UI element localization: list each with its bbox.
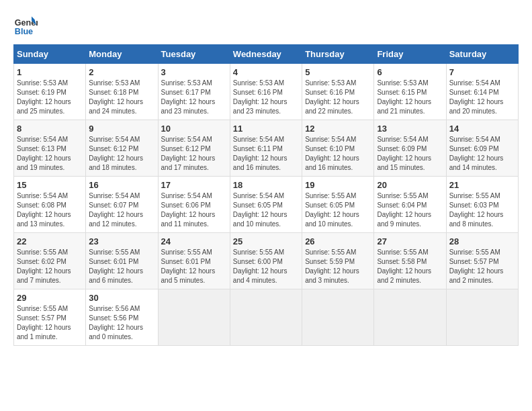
calendar-cell: 12Sunrise: 5:54 AM Sunset: 6:10 PM Dayli… <box>302 120 374 177</box>
calendar-cell <box>230 289 302 346</box>
day-info: Sunrise: 5:54 AM Sunset: 6:08 PM Dayligh… <box>17 191 83 229</box>
calendar-cell: 30Sunrise: 5:56 AM Sunset: 5:56 PM Dayli… <box>86 289 158 346</box>
header-friday: Friday <box>374 45 446 64</box>
day-number: 14 <box>449 124 515 134</box>
day-info: Sunrise: 5:55 AM Sunset: 6:02 PM Dayligh… <box>17 248 83 285</box>
calendar-cell <box>302 289 374 346</box>
day-number: 1 <box>17 67 83 77</box>
calendar-cell: 5Sunrise: 5:53 AM Sunset: 6:16 PM Daylig… <box>302 64 374 120</box>
calendar-cell: 27Sunrise: 5:55 AM Sunset: 5:58 PM Dayli… <box>374 233 446 289</box>
day-info: Sunrise: 5:54 AM Sunset: 6:12 PM Dayligh… <box>161 135 227 173</box>
day-number: 2 <box>89 67 154 77</box>
day-number: 4 <box>233 67 299 77</box>
calendar-cell: 23Sunrise: 5:55 AM Sunset: 6:01 PM Dayli… <box>86 233 158 289</box>
day-number: 27 <box>377 236 443 246</box>
calendar-cell: 20Sunrise: 5:55 AM Sunset: 6:04 PM Dayli… <box>374 177 446 233</box>
day-number: 16 <box>89 180 154 190</box>
day-info: Sunrise: 5:56 AM Sunset: 5:56 PM Dayligh… <box>89 304 154 342</box>
calendar-cell <box>374 289 446 346</box>
calendar-cell: 2Sunrise: 5:53 AM Sunset: 6:18 PM Daylig… <box>86 64 158 120</box>
day-info: Sunrise: 5:55 AM Sunset: 5:58 PM Dayligh… <box>377 248 443 285</box>
calendar-cell: 8Sunrise: 5:54 AM Sunset: 6:13 PM Daylig… <box>14 120 86 177</box>
calendar-cell: 25Sunrise: 5:55 AM Sunset: 6:00 PM Dayli… <box>230 233 302 289</box>
calendar-cell: 4Sunrise: 5:53 AM Sunset: 6:16 PM Daylig… <box>230 64 302 120</box>
day-number: 11 <box>233 124 299 134</box>
calendar-cell: 3Sunrise: 5:53 AM Sunset: 6:17 PM Daylig… <box>158 64 230 120</box>
calendar-row: 15Sunrise: 5:54 AM Sunset: 6:08 PM Dayli… <box>14 177 519 233</box>
day-number: 29 <box>17 293 83 303</box>
day-number: 20 <box>377 180 443 190</box>
day-info: Sunrise: 5:55 AM Sunset: 6:05 PM Dayligh… <box>305 191 371 229</box>
day-number: 25 <box>233 236 299 246</box>
day-info: Sunrise: 5:54 AM Sunset: 6:09 PM Dayligh… <box>377 135 443 173</box>
day-info: Sunrise: 5:54 AM Sunset: 6:12 PM Dayligh… <box>89 135 154 173</box>
day-info: Sunrise: 5:53 AM Sunset: 6:16 PM Dayligh… <box>233 79 299 116</box>
calendar-cell: 22Sunrise: 5:55 AM Sunset: 6:02 PM Dayli… <box>14 233 86 289</box>
day-info: Sunrise: 5:55 AM Sunset: 5:57 PM Dayligh… <box>17 304 83 342</box>
calendar-cell: 10Sunrise: 5:54 AM Sunset: 6:12 PM Dayli… <box>158 120 230 177</box>
day-number: 26 <box>305 236 371 246</box>
calendar-cell: 14Sunrise: 5:54 AM Sunset: 6:09 PM Dayli… <box>446 120 518 177</box>
day-number: 22 <box>17 236 83 246</box>
calendar-row: 22Sunrise: 5:55 AM Sunset: 6:02 PM Dayli… <box>14 233 519 289</box>
header-sunday: Sunday <box>14 45 86 64</box>
day-number: 13 <box>377 124 443 134</box>
day-number: 12 <box>305 124 371 134</box>
calendar-cell: 6Sunrise: 5:53 AM Sunset: 6:15 PM Daylig… <box>374 64 446 120</box>
day-number: 21 <box>449 180 515 190</box>
day-number: 18 <box>233 180 299 190</box>
calendar-table: SundayMondayTuesdayWednesdayThursdayFrid… <box>13 44 519 346</box>
header-wednesday: Wednesday <box>230 45 302 64</box>
day-info: Sunrise: 5:55 AM Sunset: 5:59 PM Dayligh… <box>305 248 371 285</box>
header-thursday: Thursday <box>302 45 374 64</box>
day-number: 5 <box>305 67 371 77</box>
calendar-cell: 18Sunrise: 5:54 AM Sunset: 6:05 PM Dayli… <box>230 177 302 233</box>
logo: General Blue <box>13 13 38 38</box>
calendar-cell: 26Sunrise: 5:55 AM Sunset: 5:59 PM Dayli… <box>302 233 374 289</box>
day-number: 15 <box>17 180 83 190</box>
day-info: Sunrise: 5:55 AM Sunset: 6:00 PM Dayligh… <box>233 248 299 285</box>
calendar-cell <box>446 289 518 346</box>
calendar-cell: 9Sunrise: 5:54 AM Sunset: 6:12 PM Daylig… <box>86 120 158 177</box>
day-info: Sunrise: 5:54 AM Sunset: 6:05 PM Dayligh… <box>233 191 299 229</box>
day-info: Sunrise: 5:53 AM Sunset: 6:18 PM Dayligh… <box>89 79 154 116</box>
day-number: 8 <box>17 124 83 134</box>
calendar-row: 29Sunrise: 5:55 AM Sunset: 5:57 PM Dayli… <box>14 289 519 346</box>
logo-icon: General Blue <box>13 13 38 38</box>
day-number: 23 <box>89 236 154 246</box>
day-info: Sunrise: 5:55 AM Sunset: 6:04 PM Dayligh… <box>377 191 443 229</box>
day-number: 9 <box>89 124 154 134</box>
header-saturday: Saturday <box>446 45 518 64</box>
day-info: Sunrise: 5:54 AM Sunset: 6:14 PM Dayligh… <box>449 79 515 116</box>
day-info: Sunrise: 5:54 AM Sunset: 6:13 PM Dayligh… <box>17 135 83 173</box>
day-number: 6 <box>377 67 443 77</box>
day-number: 24 <box>161 236 227 246</box>
day-info: Sunrise: 5:55 AM Sunset: 5:57 PM Dayligh… <box>449 248 515 285</box>
day-number: 10 <box>161 124 227 134</box>
header-monday: Monday <box>86 45 158 64</box>
calendar-cell: 11Sunrise: 5:54 AM Sunset: 6:11 PM Dayli… <box>230 120 302 177</box>
calendar-cell: 24Sunrise: 5:55 AM Sunset: 6:01 PM Dayli… <box>158 233 230 289</box>
day-number: 30 <box>89 293 154 303</box>
calendar-cell: 1Sunrise: 5:53 AM Sunset: 6:19 PM Daylig… <box>14 64 86 120</box>
calendar-cell: 15Sunrise: 5:54 AM Sunset: 6:08 PM Dayli… <box>14 177 86 233</box>
calendar-cell: 16Sunrise: 5:54 AM Sunset: 6:07 PM Dayli… <box>86 177 158 233</box>
calendar-cell: 21Sunrise: 5:55 AM Sunset: 6:03 PM Dayli… <box>446 177 518 233</box>
day-number: 17 <box>161 180 227 190</box>
day-info: Sunrise: 5:55 AM Sunset: 6:03 PM Dayligh… <box>449 191 515 229</box>
calendar-cell: 7Sunrise: 5:54 AM Sunset: 6:14 PM Daylig… <box>446 64 518 120</box>
header-row: SundayMondayTuesdayWednesdayThursdayFrid… <box>14 45 519 64</box>
calendar-cell: 13Sunrise: 5:54 AM Sunset: 6:09 PM Dayli… <box>374 120 446 177</box>
calendar-cell: 29Sunrise: 5:55 AM Sunset: 5:57 PM Dayli… <box>14 289 86 346</box>
day-info: Sunrise: 5:53 AM Sunset: 6:19 PM Dayligh… <box>17 79 83 116</box>
calendar-cell: 19Sunrise: 5:55 AM Sunset: 6:05 PM Dayli… <box>302 177 374 233</box>
day-info: Sunrise: 5:55 AM Sunset: 6:01 PM Dayligh… <box>161 248 227 285</box>
day-info: Sunrise: 5:53 AM Sunset: 6:15 PM Dayligh… <box>377 79 443 116</box>
day-number: 7 <box>449 67 515 77</box>
page-header: General Blue <box>13 13 519 38</box>
day-number: 28 <box>449 236 515 246</box>
day-info: Sunrise: 5:54 AM Sunset: 6:11 PM Dayligh… <box>233 135 299 173</box>
calendar-row: 1Sunrise: 5:53 AM Sunset: 6:19 PM Daylig… <box>14 64 519 120</box>
header-tuesday: Tuesday <box>158 45 230 64</box>
calendar-cell: 17Sunrise: 5:54 AM Sunset: 6:06 PM Dayli… <box>158 177 230 233</box>
